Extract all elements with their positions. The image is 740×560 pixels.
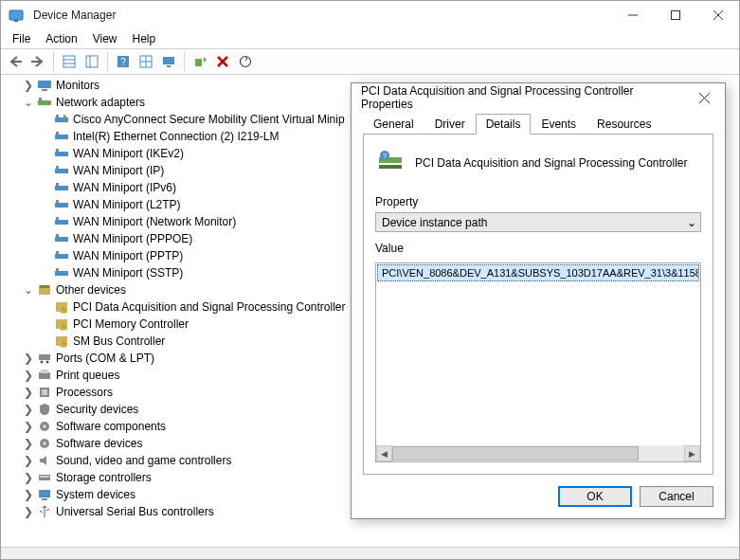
chevron-right-icon[interactable]: ❯ [22,471,35,484]
svg-rect-43 [56,234,59,237]
value-label: Value [375,242,701,255]
other-devices-icon [37,282,52,298]
minimize-button[interactable] [611,1,654,29]
maximize-button[interactable] [654,1,696,29]
tree-item-label: Cisco AnyConnect Secure Mobility Client … [73,113,345,126]
menu-help[interactable]: Help [127,31,162,46]
horizontal-scrollbar[interactable]: ◀ ▶ [376,445,700,461]
chevron-right-icon[interactable]: ❯ [22,420,35,433]
chevron-right-icon[interactable]: ❯ [22,403,35,416]
svg-rect-26 [38,100,51,105]
svg-rect-24 [38,81,51,88]
install-icon[interactable] [190,51,210,72]
svg-rect-0 [9,10,23,20]
back-button[interactable] [5,51,26,72]
tree-item-label: PCI Data Acquisition and Signal Processi… [73,300,345,314]
tree-item-label: WAN Miniport (SSTP) [73,266,183,280]
chevron-right-icon[interactable]: ❯ [22,352,35,365]
tab-driver[interactable]: Driver [424,114,476,135]
chevron-right-icon[interactable]: ❯ [22,488,35,501]
app-icon [9,8,24,23]
svg-line-5 [713,10,723,20]
printer-icon [37,368,52,383]
tree-item-label: WAN Miniport (L2TP) [73,198,181,211]
delete-icon[interactable] [212,51,233,72]
close-button[interactable] [696,1,739,29]
monitor-icon[interactable] [158,51,179,72]
svg-rect-29 [56,115,59,117]
tiles-view-icon[interactable] [135,51,156,72]
tree-item-label: PCI Memory Controller [73,317,189,331]
details-view-icon[interactable] [59,51,80,72]
menubar: File Action View Help [1,29,739,48]
svg-rect-59 [39,372,50,379]
scan-hardware-icon[interactable] [235,51,256,72]
svg-rect-69 [39,490,50,497]
speaker-icon [37,453,52,468]
svg-rect-38 [55,203,68,208]
tab-general[interactable]: General [363,114,424,135]
security-icon [37,402,52,417]
forward-button[interactable] [27,51,48,72]
usb-icon [37,504,52,519]
cancel-button[interactable]: Cancel [640,486,713,507]
chevron-down-icon: ⌄ [687,216,696,229]
network-adapter-icon [54,129,69,144]
chevron-right-icon[interactable]: ❯ [22,437,35,450]
chevron-down-icon[interactable]: ⌄ [22,283,35,297]
computer-icon [37,487,52,502]
svg-rect-45 [56,251,59,254]
dialog-title: PCI Data Acquisition and Signal Processi… [361,84,684,111]
dialog-close-button[interactable] [684,83,725,112]
svg-point-58 [46,361,49,364]
monitor-icon [37,78,52,93]
chevron-right-icon[interactable]: ❯ [22,369,35,382]
network-adapter-icon [37,95,52,110]
dialog-titlebar: PCI Data Acquisition and Signal Processi… [352,83,725,112]
network-adapter-icon [54,214,69,229]
ok-button[interactable]: OK [558,486,632,507]
chevron-down-icon[interactable]: ⌄ [22,96,35,109]
scroll-right-icon[interactable]: ▶ [684,445,700,461]
svg-rect-42 [55,237,68,242]
svg-rect-11 [86,56,98,67]
svg-rect-47 [56,268,59,271]
svg-rect-1 [14,20,18,22]
menu-action[interactable]: Action [40,31,82,46]
scroll-thumb[interactable] [392,446,639,461]
tree-item-label: SM Bus Controller [73,334,165,348]
titlebar: Device Manager [1,1,739,29]
menu-view[interactable]: View [87,31,123,46]
svg-rect-74 [379,165,402,169]
tab-details[interactable]: Details [476,114,532,135]
network-adapter-icon [54,197,69,212]
tree-item-label: Intel(R) Ethernet Connection (2) I219-LM [73,130,279,143]
property-select[interactable]: Device instance path ⌄ [375,212,701,232]
value-item[interactable]: PCI\VEN_8086&DEV_A131&SUBSYS_103D17AA&RE… [377,264,699,281]
value-listbox[interactable]: PCI\VEN_8086&DEV_A131&SUBSYS_103D17AA&RE… [375,262,701,462]
svg-line-4 [713,10,723,20]
svg-rect-70 [42,498,47,500]
menu-file[interactable]: File [7,31,36,46]
scroll-left-icon[interactable]: ◀ [376,445,392,461]
tree-item-label: WAN Miniport (Network Monitor) [73,215,236,228]
chevron-right-icon[interactable]: ❯ [22,505,35,518]
svg-rect-33 [56,149,59,152]
svg-rect-36 [55,186,68,190]
svg-rect-32 [55,152,68,156]
svg-rect-35 [56,166,59,169]
list-view-icon[interactable] [81,51,102,72]
svg-rect-60 [41,370,48,373]
network-adapter-icon [54,180,69,195]
svg-rect-56 [39,354,50,360]
tree-item-label: WAN Miniport (PPPOE) [73,232,192,245]
chevron-right-icon[interactable]: ❯ [22,79,35,92]
chevron-right-icon[interactable]: ❯ [22,454,35,467]
storage-icon [37,470,52,485]
help-icon[interactable]: ? [113,51,134,72]
svg-rect-41 [56,217,59,220]
tab-events[interactable]: Events [531,114,587,135]
chevron-right-icon[interactable]: ❯ [22,386,35,399]
svg-rect-46 [55,271,68,276]
tab-resources[interactable]: Resources [587,114,661,135]
